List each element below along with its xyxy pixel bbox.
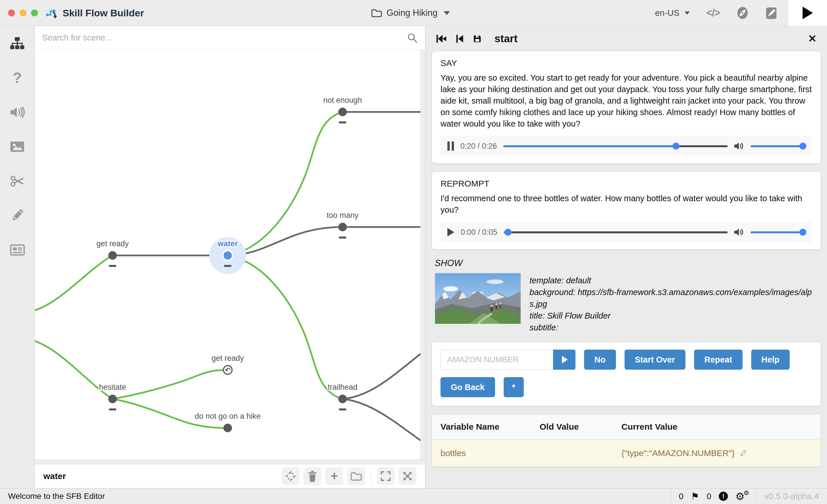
variables-table: Variable Name Old Value Current Value bo… bbox=[432, 414, 821, 467]
settings-gears-icon[interactable]: ⚙⚙ bbox=[735, 491, 749, 502]
sidebar-item-map-view[interactable] bbox=[0, 26, 35, 60]
add-scene-button[interactable]: + bbox=[325, 467, 343, 485]
say-heading: SAY bbox=[440, 58, 812, 68]
node-label: get ready bbox=[96, 239, 129, 248]
trash-icon bbox=[307, 470, 318, 482]
fullscreen-icon bbox=[380, 471, 391, 482]
node-label: water bbox=[217, 239, 238, 248]
close-panel-button[interactable]: ✕ bbox=[808, 33, 817, 45]
pause-button[interactable] bbox=[447, 142, 454, 151]
question-icon: ? bbox=[13, 69, 22, 86]
play-icon bbox=[802, 7, 813, 19]
app-title: Skill Flow Builder bbox=[63, 7, 144, 19]
sidebar-item-help[interactable]: ? bbox=[0, 60, 35, 95]
project-selector[interactable]: Going Hiking bbox=[371, 0, 450, 26]
minimize-window-button[interactable] bbox=[19, 9, 27, 16]
save-button[interactable] bbox=[473, 34, 482, 43]
table-row: bottles {"type":"AMAZON.NUMBER"} bbox=[432, 440, 821, 467]
compass-icon[interactable] bbox=[736, 6, 749, 20]
reprompt-audio-time: 0:00 / 0:05 bbox=[460, 228, 497, 237]
intent-button-repeat[interactable]: Repeat bbox=[694, 350, 742, 370]
delete-scene-button[interactable] bbox=[303, 467, 321, 485]
code-view-icon[interactable]: </> bbox=[707, 7, 720, 19]
edge-hesitate-to-get-ready-return bbox=[112, 370, 228, 399]
story-graph[interactable]: not enoughtoo manyget readywaterhesitate… bbox=[35, 50, 421, 464]
column-current-value: Current Value bbox=[621, 422, 812, 432]
scene-search-input[interactable] bbox=[42, 33, 407, 43]
error-count: 0 bbox=[707, 492, 711, 501]
expand-all-button[interactable] bbox=[399, 467, 417, 485]
intent-button-go-back[interactable]: Go Back bbox=[440, 377, 495, 397]
collapse-dash[interactable] bbox=[339, 237, 346, 239]
say-audio-progress[interactable] bbox=[503, 145, 728, 147]
collapse-dash[interactable] bbox=[339, 408, 346, 410]
volume-icon[interactable] bbox=[734, 142, 744, 151]
column-old-value: Old Value bbox=[540, 422, 621, 432]
scene-title: start bbox=[494, 33, 518, 45]
reprompt-text: I'd recommend one to three bottles of wa… bbox=[440, 193, 812, 215]
canvas-vertical-scrollbar[interactable] bbox=[421, 50, 425, 464]
chevron-down-icon bbox=[685, 11, 690, 15]
send-utterance-button[interactable] bbox=[553, 350, 576, 370]
step-back-button[interactable] bbox=[455, 34, 464, 43]
edit-mode-icon[interactable] bbox=[766, 6, 777, 19]
sidebar-item-snippets[interactable] bbox=[0, 164, 35, 198]
sidebar-item-images[interactable] bbox=[0, 130, 35, 164]
collapse-dash[interactable] bbox=[339, 121, 346, 123]
canvas-horizontal-scrollbar[interactable] bbox=[35, 459, 425, 464]
folder-icon bbox=[371, 8, 382, 17]
reprompt-audio-player: 0:00 / 0:05 bbox=[440, 222, 812, 243]
locale-selector[interactable]: en-US bbox=[655, 8, 690, 18]
maximize-window-button[interactable] bbox=[31, 9, 38, 16]
intent-button-star[interactable]: * bbox=[504, 377, 524, 397]
play-icon bbox=[562, 356, 568, 363]
variable-current-value-cell: {"type":"AMAZON.NUMBER"} bbox=[621, 448, 735, 458]
volume-icon[interactable] bbox=[734, 228, 744, 237]
scene-graph-canvas[interactable]: not enoughtoo manyget readywaterhesitate… bbox=[35, 26, 425, 488]
node-label: too many bbox=[327, 211, 359, 219]
node-label: trailhead bbox=[328, 383, 357, 392]
reprompt-audio-progress[interactable] bbox=[504, 231, 728, 233]
reprompt-volume-slider[interactable] bbox=[750, 231, 805, 233]
say-volume-slider[interactable] bbox=[750, 145, 805, 147]
node-label: not enough bbox=[323, 96, 362, 104]
sidebar-item-editor[interactable] bbox=[0, 198, 35, 233]
folder-icon bbox=[350, 471, 362, 481]
collapse-dash[interactable] bbox=[109, 265, 116, 267]
sidebar-item-news[interactable] bbox=[0, 233, 35, 267]
sitemap-icon bbox=[10, 37, 25, 50]
slot-value-input[interactable] bbox=[440, 350, 553, 370]
edit-variable-icon[interactable] bbox=[739, 449, 747, 457]
node-too_many[interactable]: too many bbox=[327, 211, 359, 239]
group-scenes-button[interactable] bbox=[347, 467, 365, 485]
edge-trailhead-to-right-up bbox=[343, 350, 421, 399]
skill-flow-builder-window: Skill Flow Builder Going Hiking en-US </… bbox=[0, 0, 827, 504]
scene-detail-panel: start ✕ SAY Yay, you are so excited. You… bbox=[425, 26, 827, 488]
intent-button-no[interactable]: No bbox=[584, 350, 616, 370]
app-version: v0.5.0-alpha.4 bbox=[764, 491, 819, 501]
search-icon[interactable] bbox=[407, 33, 418, 43]
collapse-dash[interactable] bbox=[109, 408, 116, 410]
fit-view-button[interactable] bbox=[377, 467, 395, 485]
sidebar-item-audio[interactable] bbox=[0, 95, 35, 130]
scene-search-bar bbox=[35, 26, 425, 50]
intent-button-help[interactable]: Help bbox=[751, 350, 790, 370]
show-heading: SHOW bbox=[435, 258, 818, 268]
project-name: Going Hiking bbox=[387, 8, 437, 18]
play-button[interactable] bbox=[447, 228, 454, 237]
node-water[interactable]: water bbox=[209, 237, 246, 274]
close-window-button[interactable] bbox=[8, 9, 15, 16]
center-on-node-button[interactable] bbox=[282, 467, 299, 485]
skip-to-start-button[interactable] bbox=[436, 34, 447, 43]
node-do_not_go_on_a_hike[interactable]: do not go on a hike bbox=[195, 412, 261, 432]
collapse-dash[interactable] bbox=[224, 265, 232, 267]
floppy-icon bbox=[473, 34, 482, 43]
simulate-play-button[interactable] bbox=[788, 0, 827, 26]
edge-left-to-get-ready bbox=[35, 255, 112, 310]
variables-table-header: Variable Name Old Value Current Value bbox=[432, 414, 821, 440]
error-icon[interactable]: ! bbox=[719, 492, 728, 501]
flag-icon[interactable]: ⚑ bbox=[691, 491, 699, 502]
plus-icon: + bbox=[331, 470, 338, 483]
move-arrows-icon bbox=[402, 471, 413, 482]
intent-button-start-over[interactable]: Start Over bbox=[625, 350, 685, 370]
